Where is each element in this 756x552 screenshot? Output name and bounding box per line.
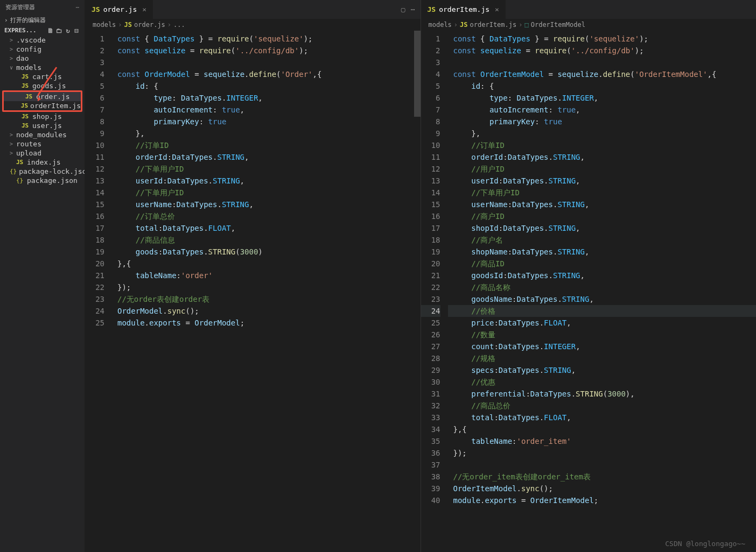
symbol-icon: ⬚	[524, 21, 528, 29]
tree-item-routes[interactable]: >routes	[0, 139, 85, 148]
editor-pane-right: JS orderItem.js × models › JS orderItem.…	[421, 0, 757, 552]
collapse-icon[interactable]: ⊟	[73, 27, 80, 34]
tree-item-order-js[interactable]: JSorder.js	[4, 92, 81, 101]
tabs-right: JS orderItem.js ×	[421, 0, 757, 19]
chevron-right-icon: ›	[4, 17, 8, 24]
tabs-left: JS order.js × ▢ ⋯	[85, 0, 421, 19]
tree-item-index-js[interactable]: JSindex.js	[0, 158, 85, 167]
editor-pane-left: JS order.js × ▢ ⋯ models › JS order.js ›…	[85, 0, 421, 552]
code-area-right[interactable]: 1234567891011121314151617181920212223242…	[421, 31, 757, 552]
project-header[interactable]: EXPRES... 🗎 🗀 ↻ ⊟	[0, 26, 85, 36]
watermark: CSDN @longlongago~~	[665, 540, 745, 548]
close-icon[interactable]: ×	[142, 5, 146, 13]
sidebar: 资源管理器 ⋯ › 打开的编辑器 EXPRES... 🗎 🗀 ↻ ⊟ >.vsc…	[0, 0, 85, 552]
breadcrumb-left[interactable]: models › JS order.js › ...	[85, 19, 421, 31]
tree-item-dao[interactable]: >dao	[0, 54, 85, 63]
close-icon[interactable]: ×	[495, 5, 499, 13]
tree-item-models[interactable]: ∨models	[0, 63, 85, 72]
more-actions-icon[interactable]: ⋯	[411, 5, 415, 13]
js-file-icon: JS	[124, 21, 132, 29]
tab-orderitem-js[interactable]: JS orderItem.js ×	[421, 0, 506, 19]
tree-item-orderItem-js[interactable]: JSorderItem.js	[4, 101, 81, 110]
tree-item-shop-js[interactable]: JSshop.js	[0, 112, 85, 121]
new-file-icon[interactable]: 🗎	[47, 27, 54, 34]
js-file-icon: JS	[428, 5, 436, 13]
explorer-header: 资源管理器 ⋯	[0, 0, 85, 15]
tree-item-package-json[interactable]: {}package.json	[0, 176, 85, 185]
tree-item-cart-js[interactable]: JScart.js	[0, 72, 85, 81]
more-icon[interactable]: ⋯	[75, 4, 79, 11]
scrollbar-thumb[interactable]	[414, 31, 421, 117]
split-editor-icon[interactable]: ▢	[401, 5, 405, 13]
refresh-icon[interactable]: ↻	[64, 27, 72, 34]
breadcrumb-right[interactable]: models › JS orderItem.js › ⬚ OrderItemMo…	[421, 19, 757, 31]
tree-item-upload[interactable]: >upload	[0, 148, 85, 158]
file-tree: >.vscode>config>dao∨modelsJScart.jsJSgoo…	[0, 36, 85, 552]
tree-item--vscode[interactable]: >.vscode	[0, 36, 85, 45]
tree-item-node_modules[interactable]: >node_modules	[0, 130, 85, 139]
code-area-left[interactable]: 1234567891011121314151617181920212223242…	[85, 31, 421, 552]
js-file-icon: JS	[92, 5, 100, 13]
new-folder-icon[interactable]: 🗀	[55, 27, 63, 34]
explorer-title: 资源管理器	[5, 3, 35, 11]
open-editors-section[interactable]: › 打开的编辑器	[0, 15, 85, 26]
js-file-icon: JS	[460, 21, 467, 29]
tree-item-config[interactable]: >config	[0, 45, 85, 54]
tree-item-goods-js[interactable]: JSgoods.js	[0, 81, 85, 90]
tree-item-package-lock-json[interactable]: {}package-lock.json	[0, 167, 85, 176]
tab-order-js[interactable]: JS order.js ×	[85, 0, 153, 19]
tree-item-user-js[interactable]: JSuser.js	[0, 121, 85, 130]
